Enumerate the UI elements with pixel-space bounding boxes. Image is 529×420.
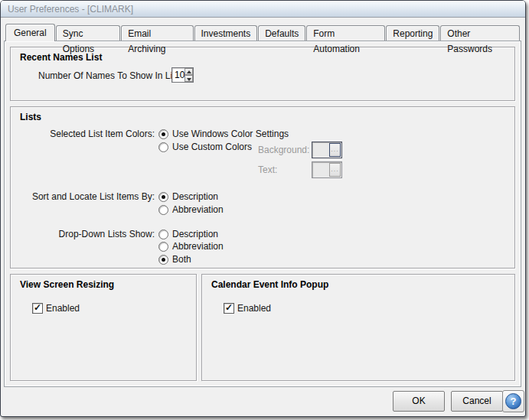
radio-use-custom-colors[interactable] [158,142,168,152]
sort-and-locate-label: Sort and Locate List Items By: [11,191,155,202]
view-screen-resizing-panel: View Screen Resizing Enabled [10,274,197,381]
selected-list-item-colors-label: Selected List Item Colors: [11,129,155,139]
user-preferences-dialog: User Preferences - [CLIMARK] General Syn… [0,0,526,417]
radio-use-windows-color-settings-label[interactable]: Use Windows Color Settings [172,129,289,139]
background-color-picker-button[interactable]: ... [329,143,341,157]
names-count-spin-buttons [184,68,193,82]
radio-dropdown-description-label[interactable]: Description [172,229,218,239]
tab-page-general: Recent Names List Number Of Names To Sho… [4,41,521,387]
spin-down-button[interactable] [184,75,193,82]
window-title: User Preferences - [CLIMARK] [8,4,133,15]
tab-reporting[interactable]: Reporting [386,25,439,41]
radio-sort-description[interactable] [158,192,168,202]
tab-form-automation[interactable]: Form Automation [306,25,385,41]
tab-email-archiving[interactable]: Email Archiving [121,25,193,41]
radio-use-windows-color-settings[interactable] [158,129,168,139]
view-screen-resizing-enabled-checkbox[interactable] [32,303,43,314]
radio-use-custom-colors-label[interactable]: Use Custom Colors [172,142,252,152]
lists-panel: Lists Selected List Item Colors: Use Win… [10,106,515,269]
text-color-label: Text: [258,164,277,175]
tab-other-passwords[interactable]: Other Passwords [440,25,520,41]
title-bar: User Preferences - [CLIMARK] [1,1,525,18]
radio-dropdown-description[interactable] [158,230,168,239]
tab-defaults[interactable]: Defaults [258,25,305,41]
text-color-swatch[interactable]: ... [312,161,342,178]
background-label: Background: [258,145,309,155]
view-screen-resizing-title: View Screen Resizing [20,279,114,290]
tab-general[interactable]: General [5,24,55,41]
radio-dropdown-abbreviation[interactable] [158,242,168,252]
radio-sort-description-label[interactable]: Description [172,191,218,202]
radio-dropdown-both[interactable] [158,255,168,265]
cancel-button[interactable]: Cancel [451,391,503,412]
lists-title: Lists [20,112,41,122]
calendar-popup-enabled-checkbox[interactable] [224,303,234,314]
ok-button[interactable]: OK [393,391,445,412]
tab-investments[interactable]: Investments [194,25,258,41]
view-screen-resizing-enabled-label[interactable]: Enabled [46,303,80,314]
radio-sort-abbreviation-label[interactable]: Abbreviation [172,204,224,215]
help-question-icon: ? [505,393,521,409]
tab-sync-options[interactable]: Sync Options [56,25,120,41]
help-button[interactable]: ? [502,390,524,412]
drop-down-lists-show-label: Drop-Down Lists Show: [11,229,155,239]
dialog-footer: OK Cancel ? [1,387,525,416]
tab-strip: General Sync Options Email Archiving Inv… [5,24,521,41]
background-color-swatch[interactable]: ... [312,142,342,158]
calendar-popup-enabled-label[interactable]: Enabled [237,303,271,314]
calendar-event-info-popup-panel: Calendar Event Info Popup Enabled [201,274,515,381]
radio-dropdown-abbreviation-label[interactable]: Abbreviation [172,241,224,252]
radio-sort-abbreviation[interactable] [158,205,168,215]
calendar-event-info-popup-title: Calendar Event Info Popup [211,279,328,290]
names-count-spinner [171,67,194,83]
spin-up-button[interactable] [184,68,193,75]
text-color-picker-button[interactable]: ... [329,163,341,177]
names-count-label: Number Of Names To Show In List: [38,70,182,81]
radio-dropdown-both-label[interactable]: Both [172,254,191,265]
